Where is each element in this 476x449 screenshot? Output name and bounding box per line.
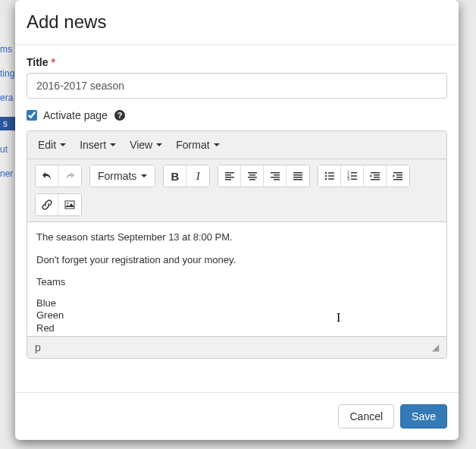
element-path[interactable]: p	[35, 341, 41, 353]
number-list-button[interactable]: 123	[341, 165, 364, 187]
editor-toolbar: Formats B I 123	[27, 159, 446, 222]
title-input[interactable]	[27, 73, 447, 99]
activate-page-label: Activate page	[43, 109, 108, 121]
svg-point-4	[325, 178, 327, 180]
undo-button[interactable]	[36, 165, 58, 187]
bold-button[interactable]: B	[164, 165, 186, 187]
image-button[interactable]	[58, 194, 81, 215]
link-button[interactable]	[36, 194, 58, 215]
content-paragraph: Teams	[36, 275, 437, 290]
modal-footer: Cancel Save	[15, 392, 459, 440]
bullet-list-button[interactable]	[318, 165, 341, 187]
help-icon[interactable]: ?	[114, 109, 126, 121]
svg-rect-8	[65, 201, 74, 209]
menu-insert[interactable]: Insert	[74, 134, 122, 155]
title-label: Title *	[27, 56, 447, 68]
editor-status-bar: p ◢	[27, 336, 446, 358]
rich-text-editor: Edit Insert View Format Formats	[27, 130, 447, 359]
menu-edit[interactable]: Edit	[32, 134, 72, 155]
editor-menubar: Edit Insert View Format	[27, 131, 446, 159]
add-news-modal: Add news Title * Activate page ? Edit In…	[15, 0, 459, 440]
activate-page-row: Activate page ?	[27, 109, 447, 121]
content-paragraph: The season starts September 13 at 8:00 P…	[36, 230, 437, 245]
modal-body: Title * Activate page ? Edit Insert View…	[15, 45, 459, 392]
activate-page-checkbox[interactable]	[27, 110, 37, 121]
redo-button[interactable]	[58, 165, 81, 187]
content-line: Yellow	[36, 335, 437, 336]
editor-content-area[interactable]: The season starts September 13 at 8:00 P…	[27, 222, 446, 336]
align-center-button[interactable]	[241, 165, 264, 187]
cancel-button[interactable]: Cancel	[338, 404, 394, 429]
menu-format[interactable]: Format	[170, 134, 225, 155]
content-line: Red	[36, 322, 437, 335]
modal-title: Add news	[27, 11, 447, 33]
svg-text:?: ?	[117, 111, 122, 120]
formats-dropdown[interactable]: Formats	[90, 165, 155, 187]
content-line: Green	[36, 309, 437, 322]
save-button[interactable]: Save	[400, 404, 447, 429]
indent-button[interactable]	[387, 165, 409, 187]
caret-icon	[156, 143, 162, 146]
svg-text:3: 3	[347, 177, 349, 181]
caret-icon	[141, 174, 147, 177]
align-justify-button[interactable]	[287, 165, 309, 187]
caret-icon	[110, 143, 116, 146]
caret-icon	[60, 143, 66, 146]
required-mark: *	[51, 56, 55, 68]
svg-point-3	[325, 175, 327, 177]
italic-button[interactable]: I	[186, 165, 209, 187]
svg-point-9	[67, 203, 69, 204]
align-left-button[interactable]	[218, 165, 241, 187]
resize-handle-icon[interactable]: ◢	[432, 342, 439, 353]
content-paragraph: Don't forget your registration and your …	[36, 253, 437, 268]
menu-view[interactable]: View	[124, 134, 168, 155]
content-line: Blue	[36, 297, 437, 310]
svg-point-2	[325, 172, 327, 174]
align-right-button[interactable]	[264, 165, 287, 187]
caret-icon	[214, 143, 220, 146]
outdent-button[interactable]	[364, 165, 387, 187]
modal-header: Add news	[15, 0, 459, 45]
